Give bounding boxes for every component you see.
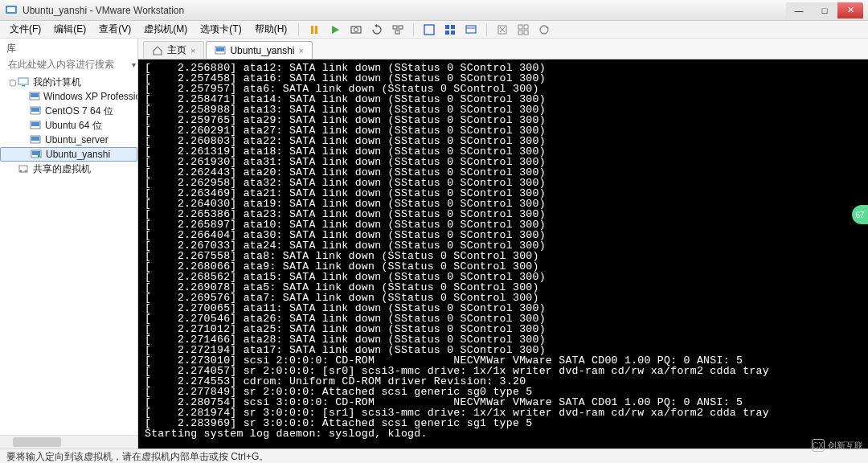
svg-rect-27 — [18, 78, 28, 84]
menu-help[interactable]: 帮助(H) — [250, 21, 293, 38]
close-button[interactable]: ✕ — [837, 2, 863, 18]
menu-tabs[interactable]: 选项卡(T) — [195, 21, 246, 38]
svg-rect-16 — [466, 26, 476, 33]
vm-console[interactable]: [ 2.256880] ata12: SATA link down (SStat… — [138, 59, 868, 449]
sidebar-scrollbar[interactable] — [0, 435, 137, 449]
sidebar-header: 库 — [0, 39, 137, 57]
svg-marker-4 — [332, 26, 339, 34]
window-title: Ubuntu_yanshi - VMware Workstation — [23, 5, 786, 16]
close-icon[interactable]: × — [190, 46, 195, 55]
menu-vm[interactable]: 虚拟机(M) — [139, 21, 192, 38]
tree-node-centos[interactable]: CentOS 7 64 位 — [0, 104, 137, 118]
svg-rect-32 — [31, 108, 39, 112]
svg-point-42 — [25, 170, 27, 173]
svg-rect-13 — [451, 25, 455, 29]
tab-ubuntu-yanshi[interactable]: Ubuntu_yanshi × — [206, 41, 313, 59]
tree-label: Ubuntu 64 位 — [45, 119, 102, 133]
separator — [298, 23, 299, 36]
tree-label: 共享的虚拟机 — [33, 162, 91, 176]
revert-button[interactable] — [368, 22, 386, 38]
menu-bar: 文件(F) 编辑(E) 查看(V) 虚拟机(M) 选项卡(T) 帮助(H) — [0, 21, 868, 39]
vm-icon — [29, 134, 42, 145]
pause-button[interactable] — [305, 22, 323, 38]
play-button[interactable] — [326, 22, 344, 38]
vm-icon — [215, 45, 226, 56]
tab-bar: 主页 × Ubuntu_yanshi × — [138, 39, 868, 59]
menu-view[interactable]: 查看(V) — [94, 21, 136, 38]
svg-point-41 — [20, 170, 23, 173]
svg-rect-12 — [445, 25, 449, 29]
tree-node-winxp[interactable]: Windows XP Professio — [0, 89, 137, 104]
unity-button[interactable] — [441, 22, 459, 38]
tab-home[interactable]: 主页 × — [143, 41, 204, 59]
svg-rect-34 — [31, 122, 39, 126]
svg-rect-11 — [424, 25, 434, 35]
sidebar: 库 ▾ ▢ 我的计算机 Windows XP Professio CentOS … — [0, 39, 138, 449]
terminal-line: Starting system log daemon: syslogd, klo… — [145, 428, 862, 439]
tab-label: 主页 — [167, 43, 186, 57]
tree-node-ubuntu-server[interactable]: Ubuntu_server — [0, 133, 137, 147]
tree-node-ubuntu-yanshi[interactable]: Ubuntu_yanshi — [0, 147, 137, 162]
floating-badge[interactable]: 67 — [852, 205, 868, 224]
computer-icon — [17, 76, 30, 88]
search-input[interactable] — [8, 59, 129, 70]
svg-rect-2 — [311, 26, 313, 34]
library-tree: ▢ 我的计算机 Windows XP Professio CentOS 7 64… — [0, 73, 137, 435]
separator — [486, 23, 487, 36]
watermark-text: 创新互联 — [828, 440, 863, 452]
menu-edit[interactable]: 编辑(E) — [49, 21, 91, 38]
vm-icon — [29, 105, 42, 117]
close-icon[interactable]: × — [299, 46, 304, 55]
svg-rect-8 — [393, 26, 397, 29]
vmware-icon — [5, 4, 18, 17]
svg-rect-44 — [216, 47, 224, 51]
tree-node-my-computer[interactable]: ▢ 我的计算机 — [0, 75, 137, 89]
watermark: CX 创新互联 — [812, 439, 863, 452]
stretch-button[interactable] — [493, 22, 511, 38]
status-text: 要将输入定向到该虚拟机，请在虚拟机内部单击或按 Ctrl+G。 — [6, 451, 268, 462]
content-area: 主页 × Ubuntu_yanshi × [ 2.256880] ata12: … — [138, 39, 868, 449]
minimize-button[interactable]: — — [786, 2, 812, 18]
svg-rect-19 — [518, 25, 522, 29]
svg-rect-22 — [524, 31, 528, 35]
tree-label: 我的计算机 — [33, 76, 81, 89]
snapshot-manager-button[interactable] — [389, 22, 407, 38]
svg-rect-36 — [31, 137, 39, 141]
collapse-icon[interactable]: ▢ — [8, 78, 17, 87]
fullscreen-button[interactable] — [420, 22, 438, 38]
snapshot-button[interactable] — [347, 22, 365, 38]
console-view-button[interactable] — [462, 22, 480, 38]
search-dropdown-icon[interactable]: ▾ — [132, 60, 136, 69]
svg-rect-38 — [32, 151, 40, 155]
svg-rect-14 — [445, 31, 449, 35]
status-bar: 要将输入定向到该虚拟机，请在虚拟机内部单击或按 Ctrl+G。 — [0, 449, 868, 463]
svg-rect-3 — [315, 26, 317, 34]
svg-rect-9 — [399, 26, 403, 29]
separator — [413, 23, 414, 36]
svg-rect-15 — [451, 31, 455, 35]
vm-icon — [29, 91, 40, 102]
scrollbar-thumb[interactable] — [13, 437, 61, 447]
main-area: 库 ▾ ▢ 我的计算机 Windows XP Professio CentOS … — [0, 39, 868, 449]
menu-file[interactable]: 文件(F) — [5, 21, 46, 38]
tree-node-ubuntu64[interactable]: Ubuntu 64 位 — [0, 118, 137, 133]
tab-label: Ubuntu_yanshi — [230, 45, 294, 56]
vm-icon — [29, 120, 42, 131]
tree-label: CentOS 7 64 位 — [45, 104, 113, 118]
sidebar-search: ▾ — [0, 57, 137, 73]
cycle-button[interactable] — [535, 22, 553, 38]
maximize-button[interactable]: □ — [812, 2, 837, 18]
svg-rect-28 — [22, 85, 25, 87]
thumbnail-button[interactable] — [514, 22, 532, 38]
tree-node-shared[interactable]: 共享的虚拟机 — [0, 162, 137, 176]
svg-rect-30 — [31, 93, 39, 97]
tree-label: Windows XP Professio — [43, 91, 137, 102]
svg-point-6 — [354, 27, 358, 31]
svg-rect-10 — [395, 31, 399, 34]
title-bar: Ubuntu_yanshi - VMware Workstation — □ ✕ — [0, 0, 868, 21]
svg-rect-20 — [524, 25, 528, 29]
tree-label: Ubuntu_server — [45, 134, 108, 145]
shared-icon — [17, 163, 30, 174]
vm-running-icon — [30, 149, 43, 160]
window-controls: — □ ✕ — [786, 2, 863, 18]
